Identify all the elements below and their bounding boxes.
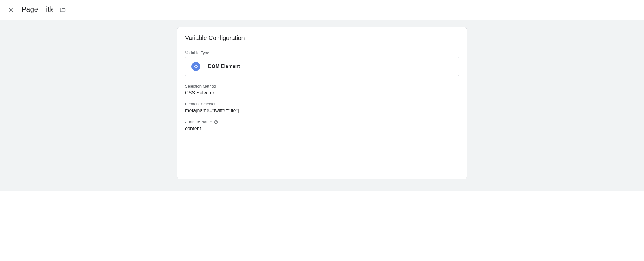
element-selector-label: Element Selector <box>185 102 459 106</box>
element-selector-value: meta[name="twitter:title"] <box>185 108 459 113</box>
close-button[interactable] <box>7 6 14 14</box>
selection-method-label: Selection Method <box>185 84 459 88</box>
dom-element-icon <box>191 62 200 71</box>
selection-method-group: Selection Method CSS Selector <box>185 84 459 96</box>
selection-method-value: CSS Selector <box>185 90 459 96</box>
svg-point-3 <box>216 123 216 123</box>
variable-type-name: DOM Element <box>208 64 240 69</box>
attribute-name-label: Attribute Name <box>185 119 459 124</box>
variable-type-label: Variable Type <box>185 51 459 55</box>
element-selector-group: Element Selector meta[name="twitter:titl… <box>185 102 459 113</box>
folder-button[interactable] <box>59 6 66 14</box>
variable-name-input[interactable] <box>22 5 53 15</box>
attribute-name-value: content <box>185 126 459 131</box>
variable-type-selector[interactable]: DOM Element <box>185 57 459 76</box>
help-icon[interactable] <box>214 119 219 124</box>
folder-icon <box>59 7 66 13</box>
attribute-name-label-text: Attribute Name <box>185 120 212 124</box>
card-title: Variable Configuration <box>185 35 459 41</box>
content-area: Variable Configuration Variable Type DOM… <box>0 20 644 191</box>
attribute-name-group: Attribute Name content <box>185 119 459 131</box>
dialog-header <box>0 0 644 20</box>
variable-configuration-card: Variable Configuration Variable Type DOM… <box>177 27 467 179</box>
close-icon <box>8 7 14 13</box>
